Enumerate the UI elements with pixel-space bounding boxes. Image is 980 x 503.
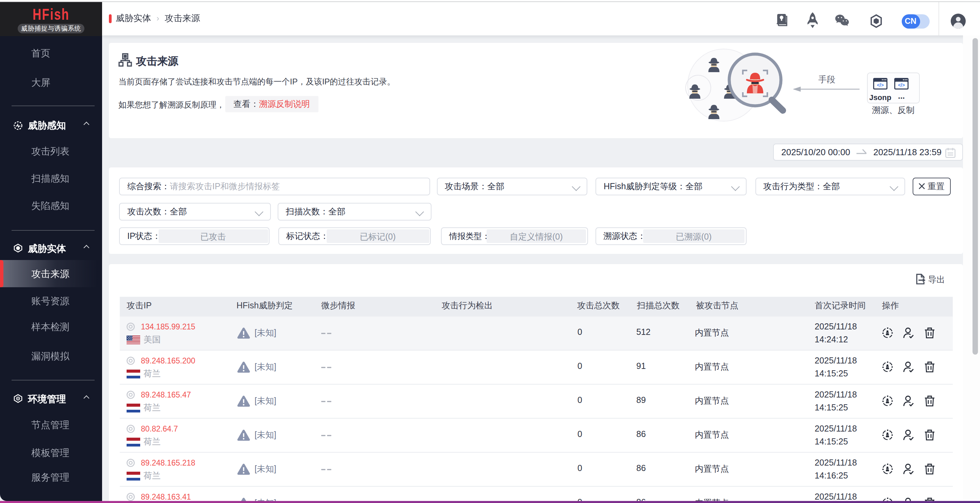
svg-text:...: ...	[898, 91, 905, 100]
svg-text:手段: 手段	[818, 75, 835, 84]
svg-text:溯源、反制: 溯源、反制	[872, 105, 915, 115]
svg-text:</>: </>	[898, 82, 905, 88]
svg-text:</>: </>	[877, 82, 884, 88]
svg-text:Jsonp: Jsonp	[869, 93, 891, 102]
